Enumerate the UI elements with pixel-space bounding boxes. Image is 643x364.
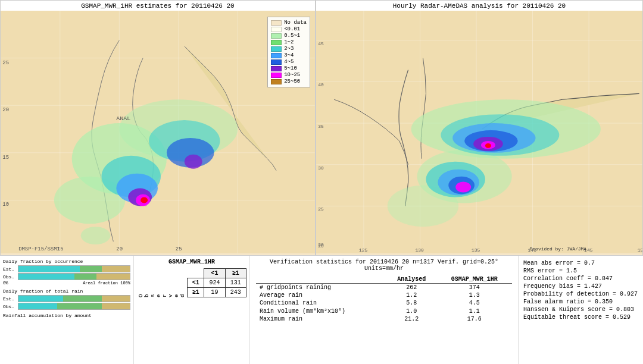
tr-obs-green-bar bbox=[57, 303, 102, 309]
verif-row-rain-vol: Rain volume (mm*km²x10⁶) 1.0 1.1 bbox=[256, 307, 512, 315]
legend-item-3-4: 3~4 bbox=[271, 52, 307, 58]
legend-color-4-5 bbox=[271, 59, 282, 65]
svg-text:45: 45 bbox=[318, 41, 324, 46]
svg-text:15: 15 bbox=[638, 247, 642, 253]
right-stats-panel: Mean abs error = 0.7 RMS error = 1.5 Cor… bbox=[518, 256, 643, 364]
occurrence-est-row: Est. bbox=[3, 265, 130, 272]
legend: No data <0.01 0.5~1 1~2 bbox=[267, 17, 310, 87]
bottom-row: Daily fraction by occurrence Est. Obs. bbox=[0, 256, 643, 364]
svg-text:25: 25 bbox=[2, 60, 9, 66]
legend-label-001: <0.01 bbox=[284, 26, 300, 32]
verif-section: Verification statistics for 20110426 20 … bbox=[250, 256, 518, 364]
verif-label-avg-rain: Average rain bbox=[256, 291, 386, 299]
legend-item-001: <0.01 bbox=[271, 26, 307, 32]
bar-scale-1: 0% Areal fraction 100% bbox=[3, 281, 130, 285]
verif-row-cond-rain: Conditional rain 5.8 4.5 bbox=[256, 299, 512, 307]
obs-tan-bar bbox=[96, 274, 130, 280]
ct-empty-cell bbox=[188, 269, 204, 278]
ct-cell-19: 19 bbox=[204, 288, 225, 297]
legend-label-4-5: 4~5 bbox=[284, 59, 294, 65]
verif-val-cond-rain-2: 4.5 bbox=[437, 299, 512, 307]
verif-label-gridpoints: # gridpoints raining bbox=[256, 284, 386, 292]
legend-color-nodata bbox=[271, 20, 282, 26]
total-rain-title: Daily fraction of total rain bbox=[3, 288, 130, 294]
verif-val-cond-rain-1: 5.8 bbox=[386, 299, 436, 307]
est-green-bar bbox=[80, 266, 102, 272]
verif-title: Verification statistics for 20110426 20 … bbox=[256, 259, 512, 272]
legend-color-10-25 bbox=[271, 73, 282, 78]
contingency-section: GSMAP_MWR_1HR Observed <1 ≥1 <1 924 131 bbox=[134, 256, 250, 364]
legend-label-25-50: 25~50 bbox=[284, 79, 300, 84]
est-cyan-bar bbox=[18, 266, 80, 272]
stat-equitable-threat: Equitable threat score = 0.529 bbox=[523, 314, 638, 321]
legend-label-10-25: 10~25 bbox=[284, 72, 300, 78]
ct-header-row: <1 ≥1 bbox=[188, 269, 246, 278]
ct-cell-243: 243 bbox=[225, 288, 246, 297]
legend-item-4-5: 4~5 bbox=[271, 59, 307, 65]
legend-item-25-50: 25~50 bbox=[271, 79, 307, 84]
scale-0pct: 0% bbox=[3, 281, 8, 285]
occurrence-section: Daily fraction by occurrence Est. Obs. bbox=[3, 259, 130, 285]
verif-label-cond-rain: Conditional rain bbox=[256, 299, 386, 307]
est-label-1: Est. bbox=[3, 266, 18, 272]
ct-cell-131: 131 bbox=[225, 278, 246, 288]
est-tan-bar bbox=[102, 266, 130, 272]
verif-val-rain-vol-1: 1.0 bbox=[386, 307, 436, 315]
legend-color-5-10 bbox=[271, 66, 282, 71]
total-rain-obs-row: Obs. bbox=[3, 303, 130, 310]
left-map-panel: GSMAP_MWR_1HR estimates for 20110426 20 … bbox=[0, 0, 316, 256]
verif-col-label bbox=[256, 275, 386, 284]
legend-label-3-4: 3~4 bbox=[284, 52, 294, 58]
svg-point-45 bbox=[81, 227, 111, 244]
verif-val-max-rain-2: 17.6 bbox=[437, 315, 512, 323]
verif-col-analysed: Analysed bbox=[386, 275, 436, 284]
svg-text:130: 130 bbox=[416, 247, 424, 253]
legend-label-nodata: No data bbox=[284, 20, 307, 26]
tr-est-green-bar bbox=[63, 296, 102, 302]
stats-left-panel: Daily fraction by occurrence Est. Obs. bbox=[0, 256, 134, 364]
legend-color-25-50 bbox=[271, 79, 282, 84]
total-rain-est-bar bbox=[18, 295, 130, 302]
svg-point-44 bbox=[141, 197, 148, 203]
stat-false-alarm: False alarm ratio = 0.350 bbox=[523, 299, 638, 305]
right-map-svg: 45 40 35 30 25 20 125 130 135 140 145 15… bbox=[316, 11, 642, 253]
occurrence-title: Daily fraction by occurrence bbox=[3, 259, 130, 264]
ct-header-col2: ≥1 bbox=[225, 269, 246, 278]
legend-color-05-1 bbox=[271, 33, 282, 39]
top-row: GSMAP_MWR_1HR estimates for 20110426 20 … bbox=[0, 0, 643, 256]
obs-label-1: Obs. bbox=[3, 274, 18, 280]
ct-table: <1 ≥1 <1 924 131 ≥1 19 243 bbox=[187, 268, 246, 297]
stat-mean-abs-error: Mean abs error = 0.7 bbox=[523, 260, 638, 266]
occurrence-est-bar bbox=[18, 265, 130, 272]
obs-green-bar bbox=[74, 274, 96, 280]
legend-item-2-3: 2~3 bbox=[271, 46, 307, 52]
ct-wrapper: Observed <1 ≥1 <1 924 131 bbox=[137, 268, 246, 297]
stat-freq-bias: Frequency bias = 1.427 bbox=[523, 283, 638, 290]
stat-hanssen-kuipers: Hanssen & Kuipers score = 0.803 bbox=[523, 306, 638, 313]
verif-table: Analysed GSMAP_MWR_1HR # gridpoints rain… bbox=[256, 275, 512, 323]
right-map-content: 45 40 35 30 25 20 125 130 135 140 145 15… bbox=[316, 11, 642, 253]
ct-row-label-lt1: <1 bbox=[188, 278, 204, 288]
verif-row-max-rain: Maximum rain 21.2 17.6 bbox=[256, 315, 512, 323]
verif-col-gsmap: GSMAP_MWR_1HR bbox=[437, 275, 512, 284]
svg-text:25: 25 bbox=[176, 246, 182, 252]
total-rain-section: Daily fraction of total rain Est. Obs. bbox=[3, 288, 130, 310]
ct-row-label-gte1: ≥1 bbox=[188, 288, 204, 297]
ct-table-wrapper: <1 ≥1 <1 924 131 ≥1 19 243 bbox=[187, 268, 246, 297]
observed-label: Observed bbox=[137, 268, 187, 297]
svg-text:20: 20 bbox=[2, 107, 9, 113]
tr-obs-cyan-bar bbox=[18, 303, 57, 309]
verif-row-gridpoints: # gridpoints raining 262 374 bbox=[256, 284, 512, 292]
svg-text:30: 30 bbox=[318, 165, 324, 171]
svg-text:ANAL: ANAL bbox=[116, 115, 130, 122]
legend-label-2-3: 2~3 bbox=[284, 46, 294, 52]
obs-label-2: Obs. bbox=[3, 304, 18, 309]
verif-val-gridpoints-1: 262 bbox=[386, 284, 436, 292]
obs-cyan-bar bbox=[18, 274, 74, 280]
legend-color-001 bbox=[271, 27, 282, 32]
legend-color-2-3 bbox=[271, 46, 282, 52]
verif-val-rain-vol-2: 1.1 bbox=[437, 307, 512, 315]
est-label-2: Est. bbox=[3, 296, 18, 302]
svg-text:25: 25 bbox=[318, 206, 324, 212]
svg-text:135: 135 bbox=[472, 247, 480, 253]
